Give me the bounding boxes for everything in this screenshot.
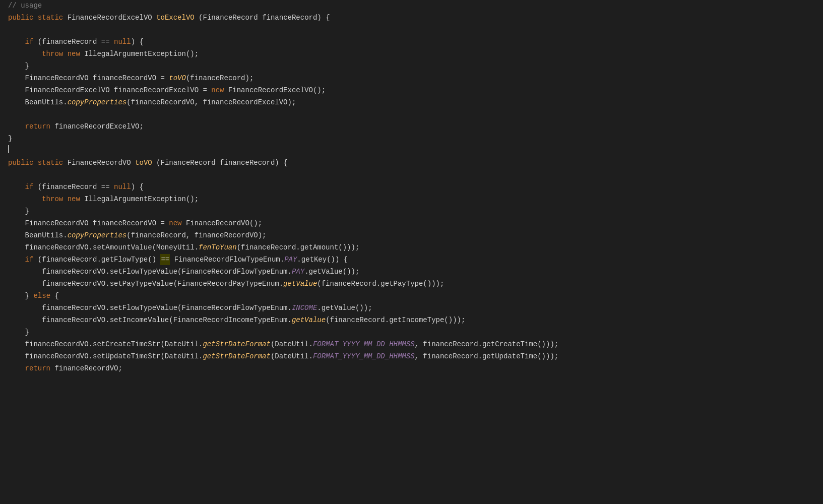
- code-line-28: }: [0, 327, 823, 339]
- code-line-7: FinanceRecordVO financeRecordVO = toVO(f…: [0, 73, 823, 85]
- code-line-18: }: [0, 206, 823, 218]
- code-line-27: financeRecordVO.setIncomeValue(FinanceRe…: [0, 314, 823, 327]
- code-line-10: [0, 109, 823, 121]
- code-line-5: throw new IllegalArgumentException();: [0, 48, 823, 60]
- code-line-16: if (financeRecord == null) {: [0, 181, 823, 194]
- code-line-12: }: [0, 133, 823, 145]
- comment-token: // usage: [8, 0, 42, 11]
- code-line-1: // usage: [0, 0, 823, 12]
- code-line-19: FinanceRecordVO financeRecordVO = new Fi…: [0, 218, 823, 230]
- code-line-31: return financeRecordVO;: [0, 363, 823, 375]
- code-line-3: [0, 24, 823, 36]
- code-line-15: [0, 169, 823, 181]
- code-line-21: financeRecordVO.setAmountValue(MoneyUtil…: [0, 242, 823, 254]
- code-line-9: BeanUtils.copyProperties(financeRecordVO…: [0, 97, 823, 109]
- code-line-30: financeRecordVO.setUpdateTimeStr(DateUti…: [0, 351, 823, 363]
- code-line-6: }: [0, 60, 823, 73]
- code-line-29: financeRecordVO.setCreateTimeStr(DateUti…: [0, 339, 823, 351]
- code-line-24: financeRecordVO.setPayTypeValue(FinanceR…: [0, 278, 823, 290]
- code-line-14: public static FinanceRecordVO toVO (Fina…: [0, 157, 823, 169]
- code-line-4: if (financeRecord == null) {: [0, 36, 823, 48]
- code-line-8: FinanceRecordExcelVO financeRecordExcelV…: [0, 85, 823, 97]
- code-line-20: BeanUtils.copyProperties(financeRecord, …: [0, 230, 823, 242]
- code-line-25: } else {: [0, 290, 823, 302]
- code-line-22: if (financeRecord.getFlowType() == Finan…: [0, 254, 823, 266]
- code-line-26: financeRecordVO.setFlowTypeValue(Finance…: [0, 302, 823, 314]
- code-line-23: financeRecordVO.setFlowTypeValue(Finance…: [0, 266, 823, 278]
- code-line-13: [0, 145, 823, 157]
- text-cursor: [8, 145, 9, 153]
- code-line-2: public static FinanceRecordExcelVO toExc…: [0, 12, 823, 24]
- code-line-17: throw new IllegalArgumentException();: [0, 194, 823, 206]
- code-editor[interactable]: // usage public static FinanceRecordExce…: [0, 0, 823, 504]
- code-line-11: return financeRecordExcelVO;: [0, 121, 823, 133]
